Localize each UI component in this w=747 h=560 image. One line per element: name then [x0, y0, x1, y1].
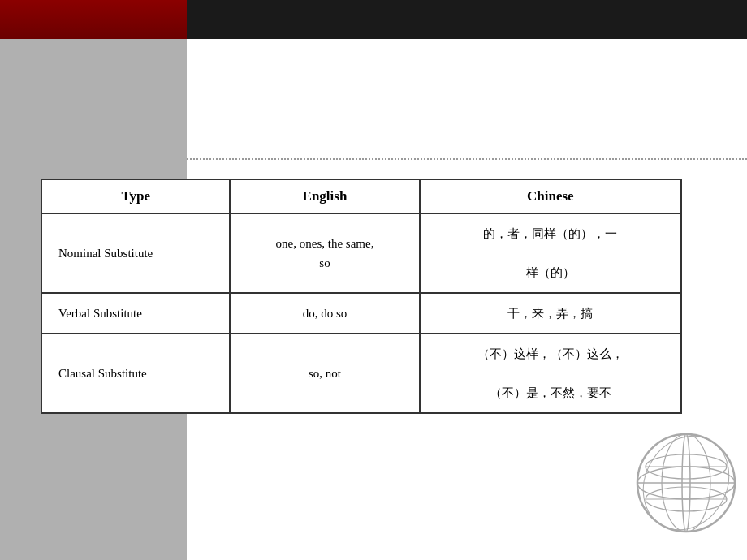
- nominal-substitute-english: one, ones, the same,so: [230, 213, 419, 293]
- verbal-substitute-chinese: 干，来，弄，搞: [420, 293, 681, 334]
- clausal-substitute-chinese: （不）这样，（不）这么，（不）是，不然，要不: [420, 334, 681, 413]
- col-chinese: Chinese: [420, 179, 681, 213]
- nominal-substitute-chinese: 的，者，同样（的），一样（的）: [420, 213, 681, 293]
- verbal-substitute-english: do, do so: [230, 293, 419, 334]
- substitution-table: Type English Chinese Nominal Substitute …: [41, 179, 682, 414]
- table-row: Nominal Substitute one, ones, the same,s…: [41, 213, 681, 293]
- table-header-row: Type English Chinese: [41, 179, 681, 213]
- clausal-substitute-type: Clausal Substitute: [41, 334, 230, 413]
- nominal-substitute-type: Nominal Substitute: [41, 213, 230, 293]
- table-row: Verbal Substitute do, do so 干，来，弄，搞: [41, 293, 681, 334]
- col-type: Type: [41, 179, 230, 213]
- top-bar-black: [187, 0, 747, 39]
- table-row: Clausal Substitute so, not （不）这样，（不）这么，（…: [41, 334, 681, 413]
- col-english: English: [230, 179, 419, 213]
- dotted-separator: [187, 158, 747, 160]
- verbal-substitute-type: Verbal Substitute: [41, 293, 230, 334]
- clausal-substitute-english: so, not: [230, 334, 419, 413]
- substitution-table-container: Type English Chinese Nominal Substitute …: [41, 179, 682, 414]
- globe-watermark: [633, 430, 739, 536]
